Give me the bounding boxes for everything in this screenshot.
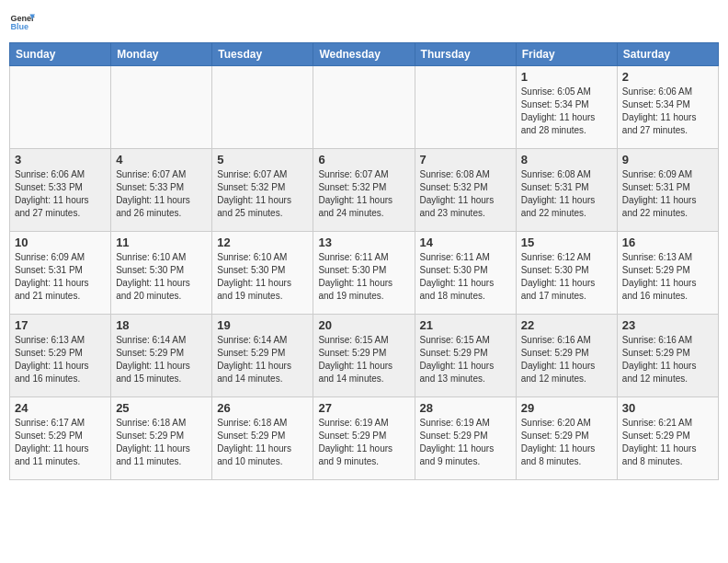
calendar-day-21: 21Sunrise: 6:15 AM Sunset: 5:29 PM Dayli… <box>415 315 516 397</box>
day-info: Sunrise: 6:07 AM Sunset: 5:32 PM Dayligh… <box>318 168 409 220</box>
day-info: Sunrise: 6:08 AM Sunset: 5:32 PM Dayligh… <box>420 168 511 220</box>
calendar-day-2: 2Sunrise: 6:06 AM Sunset: 5:34 PM Daylig… <box>617 66 718 149</box>
calendar-day-27: 27Sunrise: 6:19 AM Sunset: 5:29 PM Dayli… <box>313 397 415 480</box>
day-number: 30 <box>622 401 713 415</box>
day-number: 4 <box>116 153 207 167</box>
day-info: Sunrise: 6:11 AM Sunset: 5:30 PM Dayligh… <box>420 251 511 303</box>
day-number: 19 <box>217 318 308 332</box>
day-info: Sunrise: 6:14 AM Sunset: 5:29 PM Dayligh… <box>217 334 308 385</box>
calendar-week-row: 24Sunrise: 6:17 AM Sunset: 5:29 PM Dayli… <box>10 397 719 480</box>
day-info: Sunrise: 6:18 AM Sunset: 5:29 PM Dayligh… <box>217 417 308 468</box>
day-number: 29 <box>521 401 612 415</box>
day-number: 24 <box>15 401 106 415</box>
day-info: Sunrise: 6:13 AM Sunset: 5:29 PM Dayligh… <box>15 334 106 385</box>
calendar-week-row: 17Sunrise: 6:13 AM Sunset: 5:29 PM Dayli… <box>10 315 719 397</box>
day-info: Sunrise: 6:13 AM Sunset: 5:29 PM Dayligh… <box>622 251 713 303</box>
day-number: 13 <box>318 236 409 249</box>
day-number: 11 <box>116 236 207 249</box>
logo: General Blue <box>9 9 35 35</box>
calendar-day-4: 4Sunrise: 6:07 AM Sunset: 5:33 PM Daylig… <box>111 149 212 232</box>
calendar-day-28: 28Sunrise: 6:19 AM Sunset: 5:29 PM Dayli… <box>415 397 516 480</box>
day-info: Sunrise: 6:09 AM Sunset: 5:31 PM Dayligh… <box>15 251 106 303</box>
logo-icon: General Blue <box>9 9 35 35</box>
calendar-day-29: 29Sunrise: 6:20 AM Sunset: 5:29 PM Dayli… <box>516 397 617 480</box>
calendar-day-15: 15Sunrise: 6:12 AM Sunset: 5:30 PM Dayli… <box>516 232 617 315</box>
page-header: General Blue <box>9 9 719 35</box>
calendar-day-10: 10Sunrise: 6:09 AM Sunset: 5:31 PM Dayli… <box>10 232 111 315</box>
day-info: Sunrise: 6:10 AM Sunset: 5:30 PM Dayligh… <box>217 251 308 303</box>
calendar-day-19: 19Sunrise: 6:14 AM Sunset: 5:29 PM Dayli… <box>212 315 313 397</box>
day-number: 3 <box>15 153 106 167</box>
day-info: Sunrise: 6:06 AM Sunset: 5:34 PM Dayligh… <box>622 86 713 137</box>
day-info: Sunrise: 6:08 AM Sunset: 5:31 PM Dayligh… <box>521 168 612 220</box>
day-number: 22 <box>521 318 612 332</box>
weekday-header-thursday: Thursday <box>415 43 516 66</box>
day-number: 18 <box>116 318 207 332</box>
calendar-day-13: 13Sunrise: 6:11 AM Sunset: 5:30 PM Dayli… <box>313 232 415 315</box>
empty-day-cell <box>313 66 415 149</box>
day-number: 26 <box>217 401 308 415</box>
day-info: Sunrise: 6:18 AM Sunset: 5:29 PM Dayligh… <box>116 417 207 468</box>
day-number: 9 <box>622 153 713 167</box>
calendar-day-22: 22Sunrise: 6:16 AM Sunset: 5:29 PM Dayli… <box>516 315 617 397</box>
weekday-header-row: SundayMondayTuesdayWednesdayThursdayFrid… <box>10 43 719 66</box>
calendar-day-17: 17Sunrise: 6:13 AM Sunset: 5:29 PM Dayli… <box>10 315 111 397</box>
day-info: Sunrise: 6:15 AM Sunset: 5:29 PM Dayligh… <box>420 334 511 385</box>
calendar-day-7: 7Sunrise: 6:08 AM Sunset: 5:32 PM Daylig… <box>415 149 516 232</box>
day-info: Sunrise: 6:21 AM Sunset: 5:29 PM Dayligh… <box>622 417 713 468</box>
day-info: Sunrise: 6:07 AM Sunset: 5:32 PM Dayligh… <box>217 168 308 220</box>
calendar-day-26: 26Sunrise: 6:18 AM Sunset: 5:29 PM Dayli… <box>212 397 313 480</box>
empty-day-cell <box>415 66 516 149</box>
day-info: Sunrise: 6:10 AM Sunset: 5:30 PM Dayligh… <box>116 251 207 303</box>
weekday-header-tuesday: Tuesday <box>212 43 313 66</box>
calendar-day-30: 30Sunrise: 6:21 AM Sunset: 5:29 PM Dayli… <box>617 397 718 480</box>
calendar-day-12: 12Sunrise: 6:10 AM Sunset: 5:30 PM Dayli… <box>212 232 313 315</box>
calendar-day-6: 6Sunrise: 6:07 AM Sunset: 5:32 PM Daylig… <box>313 149 415 232</box>
day-info: Sunrise: 6:14 AM Sunset: 5:29 PM Dayligh… <box>116 334 207 385</box>
day-info: Sunrise: 6:16 AM Sunset: 5:29 PM Dayligh… <box>521 334 612 385</box>
day-info: Sunrise: 6:19 AM Sunset: 5:29 PM Dayligh… <box>318 417 409 468</box>
weekday-header-sunday: Sunday <box>10 43 111 66</box>
day-info: Sunrise: 6:05 AM Sunset: 5:34 PM Dayligh… <box>521 86 612 137</box>
day-info: Sunrise: 6:06 AM Sunset: 5:33 PM Dayligh… <box>15 168 106 220</box>
weekday-header-monday: Monday <box>111 43 212 66</box>
day-number: 15 <box>521 236 612 249</box>
day-number: 16 <box>622 236 713 249</box>
day-info: Sunrise: 6:12 AM Sunset: 5:30 PM Dayligh… <box>521 251 612 303</box>
empty-day-cell <box>10 66 111 149</box>
calendar-day-11: 11Sunrise: 6:10 AM Sunset: 5:30 PM Dayli… <box>111 232 212 315</box>
calendar-week-row: 1Sunrise: 6:05 AM Sunset: 5:34 PM Daylig… <box>10 66 719 149</box>
calendar-day-1: 1Sunrise: 6:05 AM Sunset: 5:34 PM Daylig… <box>516 66 617 149</box>
day-info: Sunrise: 6:17 AM Sunset: 5:29 PM Dayligh… <box>15 417 106 468</box>
day-number: 1 <box>521 70 612 84</box>
day-number: 5 <box>217 153 308 167</box>
calendar-day-25: 25Sunrise: 6:18 AM Sunset: 5:29 PM Dayli… <box>111 397 212 480</box>
day-info: Sunrise: 6:07 AM Sunset: 5:33 PM Dayligh… <box>116 168 207 220</box>
day-info: Sunrise: 6:15 AM Sunset: 5:29 PM Dayligh… <box>318 334 409 385</box>
calendar-day-3: 3Sunrise: 6:06 AM Sunset: 5:33 PM Daylig… <box>10 149 111 232</box>
day-number: 14 <box>420 236 511 249</box>
calendar-table: SundayMondayTuesdayWednesdayThursdayFrid… <box>9 42 719 480</box>
day-number: 17 <box>15 318 106 332</box>
day-number: 10 <box>15 236 106 249</box>
calendar-day-5: 5Sunrise: 6:07 AM Sunset: 5:32 PM Daylig… <box>212 149 313 232</box>
day-info: Sunrise: 6:16 AM Sunset: 5:29 PM Dayligh… <box>622 334 713 385</box>
day-number: 6 <box>318 153 409 167</box>
calendar-day-16: 16Sunrise: 6:13 AM Sunset: 5:29 PM Dayli… <box>617 232 718 315</box>
calendar-day-24: 24Sunrise: 6:17 AM Sunset: 5:29 PM Dayli… <box>10 397 111 480</box>
day-number: 27 <box>318 401 409 415</box>
empty-day-cell <box>111 66 212 149</box>
day-number: 7 <box>420 153 511 167</box>
weekday-header-friday: Friday <box>516 43 617 66</box>
day-number: 28 <box>420 401 511 415</box>
calendar-day-14: 14Sunrise: 6:11 AM Sunset: 5:30 PM Dayli… <box>415 232 516 315</box>
day-info: Sunrise: 6:09 AM Sunset: 5:31 PM Dayligh… <box>622 168 713 220</box>
calendar-day-20: 20Sunrise: 6:15 AM Sunset: 5:29 PM Dayli… <box>313 315 415 397</box>
calendar-week-row: 3Sunrise: 6:06 AM Sunset: 5:33 PM Daylig… <box>10 149 719 232</box>
day-info: Sunrise: 6:19 AM Sunset: 5:29 PM Dayligh… <box>420 417 511 468</box>
day-number: 2 <box>622 70 713 84</box>
day-info: Sunrise: 6:20 AM Sunset: 5:29 PM Dayligh… <box>521 417 612 468</box>
day-number: 25 <box>116 401 207 415</box>
day-number: 21 <box>420 318 511 332</box>
calendar-day-18: 18Sunrise: 6:14 AM Sunset: 5:29 PM Dayli… <box>111 315 212 397</box>
